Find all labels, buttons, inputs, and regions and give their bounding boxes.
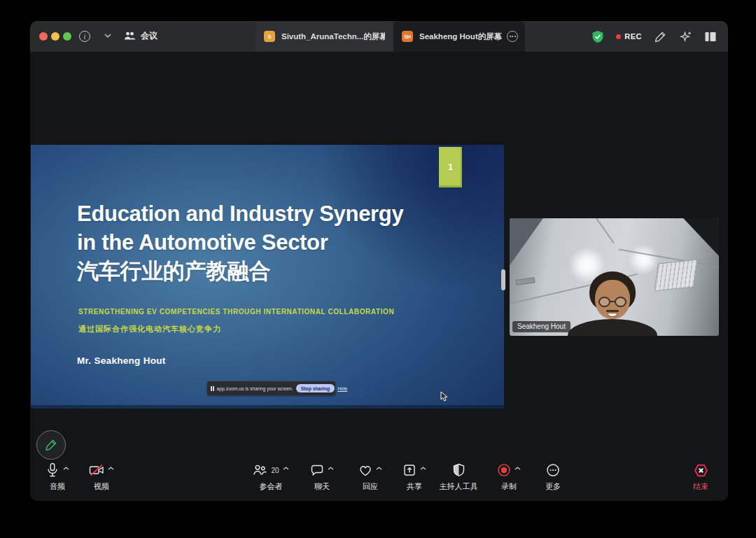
zoom-window-button[interactable]: [63, 32, 71, 41]
tab-label: Sivuth_ArunaTechn...的屏幕: [281, 31, 385, 42]
end-meeting-button[interactable]: 结束: [678, 462, 723, 492]
pause-icon: [211, 386, 214, 391]
more-ellipsis-icon: [546, 463, 560, 477]
reactions-chevron-icon[interactable]: [376, 467, 382, 470]
host-tools-label: 主持人工具: [440, 481, 478, 492]
participants-button[interactable]: 20 参会者: [248, 462, 293, 492]
chat-button[interactable]: 聊天: [300, 462, 344, 492]
zoom-meeting-window: i 会议 S Sivuth_ArunaTechn...的屏幕 SH Seakhe…: [30, 21, 728, 501]
share-screen-icon: [402, 463, 416, 477]
tab-badge: SH: [402, 31, 413, 42]
end-label: 结束: [693, 481, 708, 492]
tab-sivuth-screen[interactable]: S Sivuth_ArunaTechn...的屏幕: [255, 21, 393, 52]
participants-icon: [253, 463, 267, 477]
tab-more-options-icon[interactable]: [507, 31, 518, 42]
recording-indicator: REC: [616, 32, 642, 41]
person-shoulders: [568, 319, 657, 336]
chat-label: 聊天: [314, 481, 330, 492]
participant-video-tile[interactable]: Seakheng Hout: [510, 218, 719, 336]
video-label: 视频: [94, 481, 109, 492]
slide-presenter-name: Mr. Seakheng Hout: [77, 355, 166, 366]
glasses-bridge: [610, 301, 615, 302]
people-icon: [124, 31, 136, 41]
tab-badge: S: [264, 31, 275, 42]
share-label: 共享: [407, 481, 422, 492]
record-button[interactable]: 录制: [486, 462, 531, 492]
rec-label: REC: [624, 32, 642, 41]
meeting-label: 会议: [141, 30, 158, 42]
video-button[interactable]: 视频: [79, 462, 124, 492]
chevron-down-icon[interactable]: [104, 34, 111, 38]
share-chevron-icon[interactable]: [420, 467, 426, 470]
slide-title-line1: Education and Industry Synergy: [77, 199, 403, 228]
person-face: [595, 280, 630, 319]
tab-label: Seakheng Hout的屏幕: [419, 31, 502, 42]
chat-bubble-icon: [310, 463, 324, 477]
slide-title-line2: in the Automotive Sector: [77, 228, 403, 257]
annotate-pencil-button[interactable]: [36, 430, 66, 460]
record-label: 录制: [501, 481, 517, 492]
heart-icon: [358, 464, 372, 477]
rec-dot-icon: [616, 34, 621, 39]
panel-resize-handle[interactable]: [501, 269, 505, 290]
record-chevron-icon[interactable]: [514, 467, 521, 470]
host-tools-shield-icon: [452, 463, 465, 477]
info-icon[interactable]: i: [79, 31, 90, 42]
audio-button[interactable]: 音频: [35, 462, 80, 492]
share-banner-message: app.zoom.us is sharing your screen.: [217, 386, 293, 391]
chat-chevron-icon[interactable]: [328, 467, 334, 470]
slide-title-line3: 汽车行业的产教融合: [77, 257, 403, 285]
person-smile: [607, 313, 617, 317]
hide-banner-link[interactable]: Hide: [337, 386, 347, 391]
shared-screen-slide: 1 Education and Industry Synergy in the …: [31, 145, 504, 409]
titlebar: i 会议 S Sivuth_ArunaTechn...的屏幕 SH Seakhe…: [30, 21, 728, 52]
end-meeting-icon: [694, 463, 708, 478]
participants-label: 参会者: [260, 481, 283, 492]
participant-name-label: Seakheng Hout: [512, 321, 570, 332]
camera-off-icon: [89, 463, 104, 477]
ai-companion-sparkle-icon[interactable]: [679, 30, 692, 43]
slide-page-number: 1: [439, 147, 462, 187]
participants-chevron-icon[interactable]: [283, 467, 289, 470]
audio-label: 音频: [50, 481, 65, 492]
minimize-window-button[interactable]: [51, 32, 59, 41]
microphone-icon: [46, 462, 59, 478]
screen-share-banner: app.zoom.us is sharing your screen. Stop…: [207, 381, 335, 395]
slide-subtitle-zh: 通过国际合作强化电动汽车核心竞争力: [78, 324, 221, 334]
reactions-button[interactable]: 回应: [348, 462, 393, 492]
green-pencil-icon: [44, 438, 58, 452]
audio-options-chevron-icon[interactable]: [63, 467, 69, 470]
layout-view-icon[interactable]: [704, 31, 717, 43]
meeting-toolbar: 音频 视频: [30, 458, 728, 501]
record-icon: [497, 463, 511, 477]
mouse-cursor: [440, 391, 449, 402]
glasses-lens: [598, 297, 610, 307]
annotate-pencil-icon[interactable]: [654, 30, 667, 43]
close-window-button[interactable]: [39, 32, 48, 41]
video-options-chevron-icon[interactable]: [108, 467, 114, 470]
glasses-lens: [615, 297, 626, 307]
slide-title: Education and Industry Synergy in the Au…: [77, 199, 403, 285]
participant-person: [560, 271, 665, 336]
slide-subtitle-en: STRENGTHENING EV COMPETENCIES THROUGH IN…: [78, 308, 394, 316]
stop-sharing-button[interactable]: Stop sharing: [296, 384, 335, 392]
more-label: 更多: [545, 481, 561, 492]
meeting-home-button[interactable]: 会议: [124, 30, 158, 42]
tab-seakheng-screen-active[interactable]: SH Seakheng Hout的屏幕: [393, 21, 525, 52]
more-button[interactable]: 更多: [531, 462, 575, 492]
reactions-label: 回应: [363, 481, 378, 492]
host-tools-button[interactable]: 主持人工具: [428, 462, 489, 492]
security-shield-icon[interactable]: [592, 30, 604, 43]
participants-count: 20: [271, 467, 279, 474]
wall-fixture: [516, 277, 536, 285]
person-mustache: [606, 310, 619, 312]
ceiling-seam: [589, 218, 615, 243]
